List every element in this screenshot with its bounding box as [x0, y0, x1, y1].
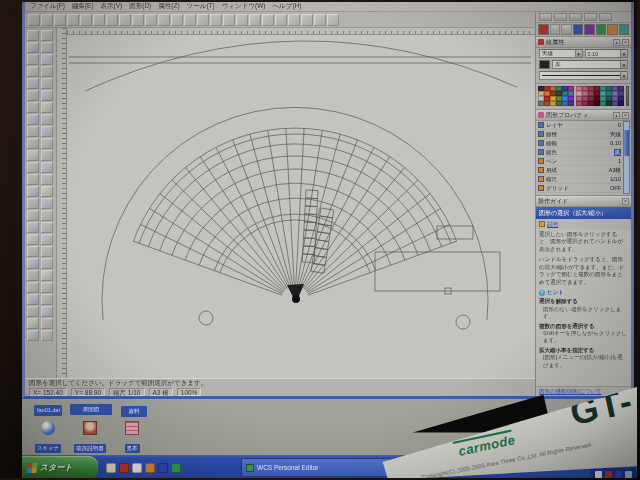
color-swatch[interactable] — [573, 24, 584, 35]
tool-icon[interactable] — [27, 222, 39, 233]
toolbar-icon[interactable] — [28, 14, 40, 26]
toolbar-icon[interactable] — [171, 14, 183, 26]
tool-icon[interactable] — [41, 42, 53, 53]
color-swatch[interactable] — [158, 463, 168, 473]
panel-close-button[interactable]: × — [622, 198, 629, 205]
panel-close-button[interactable]: × — [622, 39, 629, 46]
color-swatch[interactable] — [596, 24, 607, 35]
tool-icon[interactable] — [41, 210, 53, 221]
tool-icon[interactable] — [27, 126, 39, 137]
panel-button[interactable] — [554, 13, 567, 21]
tool-icon[interactable] — [41, 282, 53, 293]
panel-button[interactable] — [561, 24, 572, 35]
tool-icon[interactable] — [41, 330, 53, 341]
toolbar-icon[interactable] — [119, 14, 131, 26]
menu-file[interactable]: ファイル(F) — [30, 2, 65, 11]
color-swatch[interactable] — [145, 463, 155, 473]
menu-edit[interactable]: 編集(E) — [72, 2, 94, 11]
toolbar-icon[interactable] — [145, 14, 157, 26]
toolbar-icon[interactable] — [249, 14, 261, 26]
tool-icon[interactable] — [41, 234, 53, 245]
toolbar-icon[interactable] — [54, 14, 66, 26]
line-style-select[interactable]: 実線▾ — [539, 49, 583, 58]
line-color-chip[interactable] — [539, 60, 550, 69]
desktop-icon-label[interactable]: fan01.dat — [34, 405, 62, 416]
panel-button[interactable] — [584, 13, 597, 21]
toolbar-icon[interactable] — [197, 14, 209, 26]
palette-scrollbar[interactable] — [626, 86, 629, 106]
panel-close-button[interactable]: × — [622, 112, 629, 119]
tool-icon[interactable] — [41, 150, 53, 161]
tool-icon[interactable] — [41, 138, 53, 149]
tool-icon[interactable] — [27, 270, 39, 281]
panel-button[interactable] — [569, 13, 582, 21]
toolbar-icon[interactable] — [314, 14, 326, 26]
tool-icon[interactable] — [27, 150, 39, 161]
tool-icon[interactable] — [41, 126, 53, 137]
tool-icon[interactable] — [27, 162, 39, 173]
tool-icon[interactable] — [27, 174, 39, 185]
taskbar-window-button[interactable]: WCS Personal Editor — [241, 458, 391, 477]
line-color-select[interactable]: 黒▾ — [552, 60, 628, 69]
tool-icon[interactable] — [27, 78, 39, 89]
tool-icon[interactable] — [41, 318, 53, 329]
color-swatch[interactable] — [595, 471, 602, 478]
tool-icon[interactable] — [27, 198, 39, 209]
tool-icon[interactable] — [27, 210, 39, 221]
tool-icon[interactable] — [27, 318, 39, 329]
tool-icon[interactable] — [41, 66, 53, 77]
menu-shape[interactable]: 図形(D) — [129, 2, 151, 11]
tool-icon[interactable] — [41, 90, 53, 101]
tool-icon[interactable] — [27, 138, 39, 149]
color-swatch[interactable] — [119, 463, 129, 473]
panel-minimize-button[interactable]: ▴ — [613, 112, 620, 119]
tool-icon[interactable] — [41, 270, 53, 281]
toolbar-icon[interactable] — [262, 14, 274, 26]
help-description-link[interactable]: 説明 — [547, 221, 558, 228]
property-row[interactable]: ペン1 — [537, 157, 622, 166]
color-swatch[interactable] — [132, 463, 142, 473]
property-row[interactable]: 線色黒 — [537, 148, 622, 157]
line-preview-select[interactable]: ▾ — [539, 71, 628, 80]
menu-tools[interactable]: ツール(T) — [187, 2, 215, 11]
tool-icon[interactable] — [41, 54, 53, 65]
line-width-select[interactable]: 0.10▾ — [585, 49, 629, 58]
tool-icon[interactable] — [27, 102, 39, 113]
color-swatch[interactable] — [568, 101, 574, 106]
toolbar-icon[interactable] — [288, 14, 300, 26]
toolbar-icon[interactable] — [301, 14, 313, 26]
color-swatch[interactable] — [625, 471, 632, 478]
start-button[interactable]: スタート — [22, 456, 98, 479]
tool-icon[interactable] — [27, 186, 39, 197]
toolbar-icon[interactable] — [41, 14, 53, 26]
tool-icon[interactable] — [27, 330, 39, 341]
property-row[interactable]: 縮尺1/10 — [537, 175, 622, 184]
toolbar-icon[interactable] — [158, 14, 170, 26]
desktop-icon-label[interactable]: 展開図 — [70, 404, 112, 415]
toolbar-icon[interactable] — [67, 14, 79, 26]
color-swatch[interactable] — [607, 24, 618, 35]
tool-icon[interactable] — [27, 282, 39, 293]
tool-icon[interactable] — [41, 174, 53, 185]
tool-icon[interactable] — [41, 162, 53, 173]
scrollbar-thumb[interactable] — [624, 130, 629, 156]
color-swatch[interactable] — [615, 471, 622, 478]
desktop-icon-label[interactable]: 資料 — [121, 406, 147, 417]
tool-icon[interactable] — [27, 306, 39, 317]
related-topic-link[interactable]: 図形の移動/回転について — [539, 388, 602, 395]
tool-icon[interactable] — [41, 294, 53, 305]
toolbar-icon[interactable] — [327, 14, 339, 26]
tool-icon[interactable] — [27, 54, 39, 65]
properties-scrollbar[interactable] — [623, 121, 630, 194]
tool-icon[interactable] — [27, 234, 39, 245]
toolbar-icon[interactable] — [132, 14, 144, 26]
tool-icon[interactable] — [41, 306, 53, 317]
menu-help[interactable]: ヘルプ(H) — [272, 2, 301, 11]
tool-icon[interactable] — [41, 198, 53, 209]
property-row[interactable]: レイヤ0 — [537, 121, 622, 130]
color-swatch[interactable] — [619, 24, 630, 35]
tool-icon[interactable] — [41, 222, 53, 233]
tool-icon[interactable] — [41, 114, 53, 125]
menu-view[interactable]: 表示(V) — [101, 2, 123, 11]
toolbar-icon[interactable] — [236, 14, 248, 26]
